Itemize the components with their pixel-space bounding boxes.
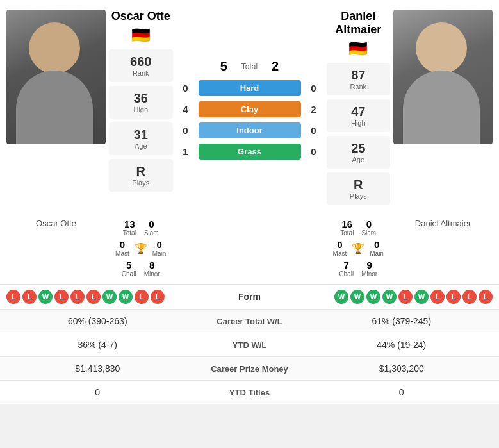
player-captions-row: Oscar Otte 13 Total 0 Slam 0 — [0, 219, 499, 284]
left-total-slam: 13 Total 0 Slam — [123, 219, 159, 236]
right-player-stats: Daniel Altmaier 🇩🇪 87 Rank 47 High 25 Ag… — [327, 10, 391, 209]
top-section: Oscar Otte 🇩🇪 660 Rank 36 High 31 Age R … — [0, 0, 499, 219]
left-player-name: Oscar Otte — [111, 10, 170, 23]
left-age-value: 31 — [119, 128, 163, 142]
left-total-lbl: Total — [123, 229, 136, 236]
left-main-stat: 0 Main — [152, 239, 167, 257]
career-total-label: Career Total W/L — [186, 317, 314, 326]
left-form-badges: LLWLLLWWLL — [6, 290, 202, 304]
total-row: 5 Total 2 — [216, 59, 283, 74]
right-main-val: 0 — [370, 239, 384, 250]
right-rank-label: Rank — [336, 83, 381, 90]
form-badge-w: W — [414, 290, 429, 304]
hard-right: 0 — [307, 83, 320, 94]
form-badge-l: L — [54, 290, 69, 304]
left-mast-stat: 0 Mast — [115, 239, 129, 257]
left-plays-card: R Plays — [109, 159, 173, 192]
clay-right: 2 — [307, 104, 320, 115]
right-high-card: 47 High — [327, 99, 391, 132]
left-high-card: 36 High — [109, 86, 173, 119]
left-total-stat: 13 Total — [123, 219, 136, 236]
right-mini-stats: 16 Total 0 Slam 0 Mast 🏆 0 — [333, 219, 384, 278]
left-plays-value: R — [119, 164, 163, 179]
right-trophy-icon: 🏆 — [352, 242, 364, 254]
right-form-badges: WWWWLWLLLL — [298, 290, 493, 304]
form-badge-w: W — [119, 290, 133, 304]
left-main-lbl: Main — [152, 250, 167, 257]
left-minor-val: 8 — [144, 260, 160, 270]
form-badge-l: L — [398, 290, 413, 304]
right-mast-stat: 0 Mast — [333, 239, 347, 257]
right-plays-card: R Plays — [327, 172, 391, 205]
prize-money-row: $1,413,830 Career Prize Money $1,303,200 — [0, 357, 499, 381]
left-plays-label: Plays — [119, 179, 163, 187]
right-main-lbl: Main — [370, 250, 384, 257]
right-caption: Daniel Altmaier — [393, 219, 493, 278]
left-player-header: Oscar Otte 🇩🇪 — [111, 10, 170, 49]
left-chall-minor: 5 Chall 8 Minor — [122, 260, 160, 278]
indoor-badge: Indoor — [199, 122, 301, 138]
ytd-wl-row: 36% (4-7) YTD W/L 44% (19-24) — [0, 333, 499, 357]
grass-left: 1 — [179, 146, 192, 157]
form-row: LLWLLLWWLL Form WWWWLWLLLL — [0, 285, 499, 310]
surface-row-clay: 4 Clay 2 — [179, 101, 320, 117]
left-slam-stat: 0 Slam — [144, 219, 159, 236]
right-age-card: 25 Age — [327, 136, 391, 169]
left-slam-lbl: Slam — [144, 229, 159, 236]
left-player-flag: 🇩🇪 — [131, 26, 151, 44]
form-badge-w: W — [102, 290, 117, 304]
indoor-left: 0 — [179, 125, 192, 136]
form-badge-w: W — [350, 290, 364, 304]
left-slam-val: 0 — [144, 219, 159, 229]
left-chall-val: 5 — [122, 260, 136, 270]
clay-left: 4 — [179, 104, 192, 115]
surface-row-hard: 0 Hard 0 — [179, 80, 320, 96]
left-rank-card: 660 Rank — [109, 49, 173, 82]
grass-right: 0 — [307, 146, 320, 157]
right-minor-lbl: Minor — [361, 270, 377, 278]
left-chall-lbl: Chall — [122, 270, 136, 278]
form-badge-w: W — [334, 290, 348, 304]
right-high-value: 47 — [336, 104, 381, 119]
indoor-right: 0 — [307, 125, 320, 136]
left-age-card: 31 Age — [109, 122, 173, 155]
form-label: Form — [202, 292, 298, 302]
right-player-name: Daniel Altmaier — [327, 10, 391, 37]
right-minor-val: 9 — [361, 260, 377, 270]
right-minor-stat: 9 Minor — [361, 260, 377, 278]
left-rank-value: 660 — [119, 54, 163, 69]
form-badge-l: L — [70, 290, 85, 304]
left-high-value: 36 — [119, 91, 163, 106]
hard-left: 0 — [179, 83, 192, 94]
right-mast-lbl: Mast — [333, 250, 347, 257]
left-main-val: 0 — [152, 239, 167, 250]
right-main-stat: 0 Main — [370, 239, 384, 257]
left-minor-stat: 8 Minor — [144, 260, 160, 278]
form-badge-l: L — [6, 290, 20, 304]
right-slam-val: 0 — [361, 219, 376, 229]
right-total-stat: 16 Total — [340, 219, 354, 236]
right-total-val: 16 — [340, 219, 354, 229]
right-mast-val: 0 — [333, 239, 347, 250]
form-badge-w: W — [366, 290, 380, 304]
right-slam-lbl: Slam — [361, 229, 376, 236]
form-badge-l: L — [151, 290, 165, 304]
ytd-wl-left: 36% (4-7) — [10, 340, 186, 350]
right-slam-stat: 0 Slam — [361, 219, 376, 236]
right-chall-val: 7 — [339, 260, 354, 270]
left-rank-label: Rank — [119, 69, 163, 77]
ytd-titles-label: YTD Titles — [186, 388, 314, 397]
prize-money-right: $1,303,200 — [314, 363, 490, 374]
right-total-slam: 16 Total 0 Slam — [340, 219, 376, 236]
left-mini-stats: 13 Total 0 Slam 0 Mast 🏆 0 — [115, 219, 166, 278]
right-player-photo — [393, 10, 493, 144]
right-rank-card: 87 Rank — [327, 63, 391, 95]
right-chall-stat: 7 Chall — [339, 260, 354, 278]
left-age-label: Age — [119, 142, 163, 150]
right-chall-lbl: Chall — [339, 270, 354, 278]
left-minor-lbl: Minor — [144, 270, 160, 278]
ytd-titles-left: 0 — [10, 387, 186, 397]
right-plays-label: Plays — [336, 192, 381, 200]
total-left: 5 — [216, 59, 232, 74]
ytd-wl-label: YTD W/L — [186, 340, 314, 350]
